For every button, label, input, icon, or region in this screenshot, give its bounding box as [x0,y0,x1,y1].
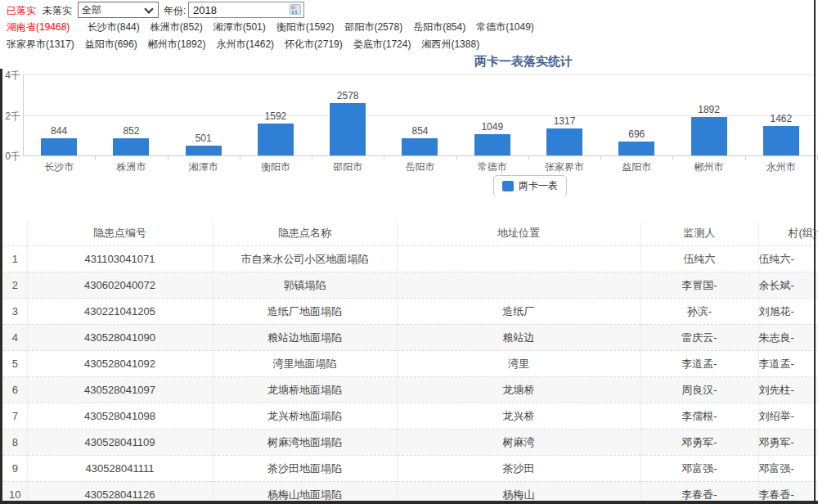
region-link-city[interactable]: 张家界市(1317) [7,38,74,50]
row-index-cell: 6 [3,377,27,403]
address-cell: 树麻湾 [397,430,640,456]
table-row: 6430528041097龙塘桥地面塌陷龙塘桥周良汉-刘先柱- [3,377,818,403]
hazard-code-cell: 430221041205 [27,299,213,325]
region-link-city[interactable]: 湘潭市(501) [213,21,266,33]
row-index-cell: 5 [3,351,27,377]
monitor-cell: 邓富强- [640,456,758,482]
x-axis-tick [168,155,169,160]
hazard-name-cell: 龙兴桥地面塌陷 [213,403,397,430]
address-cell: 湾里 [397,351,640,377]
window-frame-bottom [0,501,818,504]
hazard-name-cell: 茶沙田地面塌陷 [213,456,397,482]
table-header-cell: 村(组)负责人 [758,221,818,246]
table-header-cell: 隐患点名称 [213,221,397,246]
chart-bar[interactable] [330,103,366,155]
bar-value-label: 1592 [251,110,300,122]
x-axis-category-label: 永州市 [745,160,817,174]
row-index-cell: 8 [3,430,27,456]
hazard-code-cell: 430528041098 [27,403,213,430]
y-axis-line [23,74,24,155]
village-head-cell: 李道孟- [758,351,818,377]
bar-value-label: 1317 [540,115,589,127]
window-frame-right [814,0,816,504]
chart-bar[interactable] [258,124,294,155]
row-index-cell: 1 [3,246,27,272]
address-cell: 粮站边 [397,325,640,351]
hazard-name-cell: 市自来水公司小区地面塌陷 [213,246,397,272]
table-row: 9430528041111茶沙田地面塌陷茶沙田邓富强-邓富强- [3,456,818,482]
region-filter-value: 全部 [82,3,101,17]
x-axis-category-label: 株洲市 [95,160,167,174]
region-link-city[interactable]: 娄底市(1724) [353,38,411,50]
region-link-city[interactable]: 岳阳市(854) [413,21,465,33]
legend-swatch-icon [502,181,514,191]
region-link-city[interactable]: 邵阳市(2578) [344,21,402,33]
hazard-code-cell: 430528041092 [27,351,213,377]
table-row: 8430528041109树麻湾地面塌陷树麻湾邓勇军-邓勇军- [3,430,818,456]
table-row: 1431103041071市自来水公司小区地面塌陷伍纯六伍纯六- [3,246,818,272]
bar-value-label: 844 [34,125,83,137]
window-frame-left [0,69,2,504]
y-axis-tick-label: 0千 [0,150,20,164]
x-axis-tick [672,155,673,160]
monitor-cell: 邓勇军- [640,430,758,456]
chevron-down-icon [144,4,153,13]
x-axis-category-label: 湘潭市 [168,160,240,174]
region-link-province[interactable]: 湖南省(19468) [7,21,70,33]
x-axis-line [23,155,817,156]
chart-bar[interactable] [402,138,438,155]
tab-not-implemented[interactable]: 未落实 [43,4,72,18]
x-axis-tick [95,155,96,160]
region-link-city[interactable]: 永州市(1462) [216,38,274,50]
hazard-code-cell: 430528041111 [27,456,213,482]
chart-legend[interactable]: 两卡一表 [493,175,567,196]
address-cell [397,272,640,299]
region-link-city[interactable]: 株洲市(852) [151,21,203,33]
address-cell: 茶沙田 [397,456,640,482]
chart-title: 两卡一表落实统计 [0,54,818,70]
chart-bar[interactable] [186,146,222,155]
hazard-code-cell: 431103041071 [27,246,213,272]
monitor-cell: 李冒国- [640,272,758,299]
x-axis-category-label: 岳阳市 [384,160,456,174]
region-link-city[interactable]: 常德市(1049) [476,21,534,33]
region-link-city[interactable]: 益阳市(696) [85,38,137,50]
x-axis-tick [745,155,746,160]
region-link-city[interactable]: 长沙市(844) [88,21,140,33]
monitor-cell: 伍纯六 [640,246,758,272]
x-axis-category-label: 长沙市 [23,160,95,174]
y-axis-tick-label: 2千 [0,110,20,124]
tab-implemented[interactable]: 已落实 [7,4,36,18]
chart-bar[interactable] [691,117,727,155]
calendar-icon[interactable] [290,4,301,15]
hazard-table-wrap: 隐患点编号隐患点名称地址位置监测人村(组)负责人 1431103041071市自… [3,221,818,504]
region-link-city[interactable]: 衡阳市(1592) [276,21,335,33]
x-axis-tick [600,155,601,160]
village-head-cell: 伍纯六- [758,246,818,272]
region-nav-row-1: 湖南省(19468) 长沙市(844)株洲市(852)湘潭市(501)衡阳市(1… [7,20,545,35]
year-input[interactable] [189,2,303,17]
address-cell: 造纸厂 [397,299,640,325]
x-axis-tick [528,155,529,160]
table-row: 4430528041090粮站边地面塌陷粮站边雷庆云-朱志良- [3,325,818,351]
row-index-cell: 3 [3,299,27,325]
chart-gridline [23,74,817,75]
region-link-city[interactable]: 湘西州(1388) [421,38,479,50]
chart-bar[interactable] [618,142,654,155]
region-filter-select[interactable]: 全部 [78,2,159,18]
region-link-city[interactable]: 郴州市(1892) [148,38,206,50]
monitor-cell: 孙滨- [640,299,758,325]
monitor-cell: 周良汉- [640,377,758,403]
region-link-city[interactable]: 怀化市(2719) [285,38,343,50]
bar-value-label: 854 [395,125,444,137]
chart-bar[interactable] [113,138,149,155]
chart-bar[interactable] [41,138,77,155]
table-row: 3430221041205造纸厂地面塌陷造纸厂孙滨-刘旭花- [3,299,818,325]
chart-bar[interactable] [474,134,510,155]
table-header-cell [3,221,27,246]
row-index-cell: 4 [3,325,27,351]
chart-bar[interactable] [763,126,799,155]
hazard-name-cell: 郭镇塌陷 [213,272,397,299]
bar-value-label: 696 [612,128,661,140]
chart-bar[interactable] [546,128,582,155]
